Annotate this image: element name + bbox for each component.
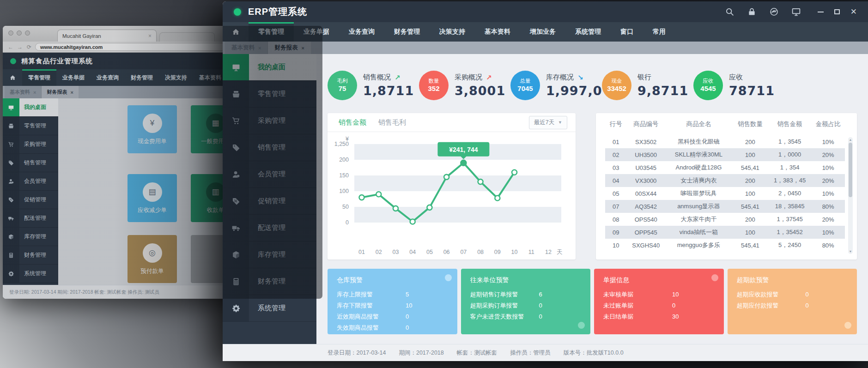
menu-item-零售管理[interactable]: 零售管理 [249,22,294,42]
sidebar-item-销售管理[interactable]: 销售管理 [223,134,316,161]
trend-arrow-icon: ↗ [395,73,401,82]
table-row[interactable]: 07AQ3542anmsung显示器545,4118，3584580% [605,200,845,213]
sidebar-item-会员管理[interactable]: 会员管理 [3,172,58,191]
lock-button[interactable] [747,7,757,17]
table-row[interactable]: 09OPP545vinda抽纸一箱1001，3545210% [605,226,845,239]
sidebar-item-我的桌面[interactable]: 我的桌面 [3,98,58,117]
stat-title: 采购概况 ↗ [455,73,505,82]
menu-item-财务管理[interactable]: 财务管理 [125,69,159,86]
bg-shortcut-card-应收减少单[interactable]: ▤ 应收减少单 [127,174,177,222]
traffic-light-icon[interactable] [17,30,22,36]
menu-item-常用[interactable]: 常用 [643,22,675,42]
traffic-light-icon[interactable] [25,30,30,36]
menu-item-决策支持[interactable]: 决策支持 [430,22,475,42]
scroll-up-icon[interactable]: ▲ [848,138,853,141]
menu-item-业务查询[interactable]: 业务查询 [339,22,384,42]
table-row[interactable]: 0500SX44哆啦噩梦玩具1002，045010% [605,187,845,200]
doc-tab-财务报表[interactable]: 财务报表 × [268,42,311,54]
menu-item-业务单据[interactable]: 业务单据 [294,22,339,42]
sidebar-item-系统管理[interactable]: 系统管理 [3,265,58,283]
stat-circle: 毛利 75 [328,71,357,100]
sidebar-item-促销管理[interactable]: 促销管理 [3,191,58,209]
table-row[interactable]: 08OPS540大东家牛肉干2001，3754520% [605,213,845,226]
doc-tab-基本资料[interactable]: 基本资料 × [5,86,42,98]
bg-shortcut-card-预付款单[interactable]: ◎ 预付款单 [127,235,177,283]
chart-tab-销售金额[interactable]: 销售金额 [339,118,366,127]
scroll-down-icon[interactable]: ▼ [848,250,853,253]
tab-close-icon[interactable]: × [258,45,261,51]
maximize-button[interactable] [834,9,840,14]
tab-close-icon[interactable]: × [33,90,36,95]
tab-close-icon[interactable]: × [301,45,304,51]
table-scrollbar[interactable]: ▲ ▼ [848,137,853,254]
table-row[interactable]: 02UH3500SKLL精华液30ML1001，000020% [605,148,845,161]
gear-icon [231,304,241,313]
sidebar-item-配送管理[interactable]: 配送管理 [223,215,316,241]
sidebar-item-label: 零售管理 [19,117,58,135]
sidebar-item-我的桌面[interactable]: 我的桌面 [223,54,316,81]
stat-value: 78711 [729,84,775,98]
sidebar-item-销售管理[interactable]: 销售管理 [3,154,58,172]
menu-item-窗口[interactable]: 窗口 [611,22,643,42]
tab-close-icon[interactable]: × [70,90,73,95]
scrollbar-thumb[interactable] [849,143,852,197]
date-range-value: 最近7天 [534,119,554,127]
sidebar-item-促销管理[interactable]: 促销管理 [223,188,316,215]
sidebar-item-零售管理[interactable]: 零售管理 [3,117,58,135]
chart-plot-area: ¥1,2502001501005000102030405060708091011… [328,132,576,259]
date-range-dropdown[interactable]: 最近7天 ▼ [529,116,567,129]
browser-window-controls[interactable] [8,30,30,36]
app-title: ERP管理系统 [248,6,307,18]
doc-tab-基本资料[interactable]: 基本资料 × [225,42,268,54]
menu-item-零售管理[interactable]: 零售管理 [22,69,56,86]
home-menu-button[interactable] [223,22,249,42]
sidebar-item-财务管理[interactable]: 财务管理 [3,246,58,265]
menu-item-基本资料[interactable]: 基本资料 [193,69,227,86]
ie-button[interactable] [769,7,779,17]
sidebar-item-采购管理[interactable]: 采购管理 [3,135,58,154]
table-row[interactable]: 10SXGHS40mengguo多多乐545,415，245080% [605,239,845,252]
monitor-button[interactable] [791,7,801,17]
menu-item-业务单据[interactable]: 业务单据 [56,69,91,86]
bg-shortcut-card-现金费用单[interactable]: ¥ 现金费用单 [127,105,177,153]
menu-item-财务管理[interactable]: 财务管理 [384,22,430,42]
sidebar-item-财务管理[interactable]: 财务管理 [223,268,316,295]
close-button[interactable]: ✕ [850,8,857,16]
stat-circle-value: 75 [339,84,346,93]
stat-circle: 总量 7045 [510,71,540,100]
menu-item-增加业务[interactable]: 增加业务 [520,22,565,42]
table-row[interactable]: 04VX3000女士清爽内衣2001，383，4520% [605,174,845,187]
tab-close-icon[interactable]: × [148,33,152,39]
sidebar-item-会员管理[interactable]: 会员管理 [223,161,316,188]
alert-item: 超期销售订单报警6 [470,289,582,300]
forward-icon[interactable]: → [17,44,23,50]
sidebar-item-库存管理[interactable]: 库存管理 [3,228,58,246]
table-row[interactable]: 03U03545Androd硬盘128G545,411，35410% [605,161,845,174]
reload-icon[interactable]: ⟳ [26,44,32,50]
sidebar-item-库存管理[interactable]: 库存管理 [223,241,316,268]
browser-tab[interactable]: Mucahit Gayiran × [57,30,157,42]
sidebar-item-系统管理[interactable]: 系统管理 [223,295,316,322]
alert-card-往来单位预警: 往来单位预警 超期销售订单报警6 超期采购订单报警0 客户未进货天数报警0 [461,269,591,334]
menu-item-业务查询[interactable]: 业务查询 [91,69,125,86]
sidebar-item-采购管理[interactable]: 采购管理 [223,108,316,134]
chart-tab-销售毛利[interactable]: 销售毛利 [378,118,406,127]
table-row[interactable]: 01SX3502黑科技生化眼镜2001，354510% [605,135,845,148]
menu-item-决策支持[interactable]: 决策支持 [159,69,193,86]
sidebar-item-零售管理[interactable]: 零售管理 [223,81,316,108]
minimize-button[interactable] [818,12,824,12]
sidebar-item-label: 采购管理 [19,135,58,153]
menu-item-系统管理[interactable]: 系统管理 [565,22,611,42]
traffic-light-icon[interactable] [8,30,13,36]
back-icon[interactable]: ← [7,44,14,50]
prepay-icon: ◎ [143,243,162,263]
browser-new-tab[interactable] [159,32,215,42]
home-menu-button[interactable] [3,69,22,86]
register-icon [8,123,14,129]
menu-item-基本资料[interactable]: 基本资料 [475,22,520,42]
sidebar-item-配送管理[interactable]: 配送管理 [3,209,58,228]
doc-tab-财务报表[interactable]: 财务报表 × [42,86,79,98]
search-button[interactable] [725,7,734,17]
truck-icon [8,215,14,222]
column-header: 商品编号 [627,113,665,135]
